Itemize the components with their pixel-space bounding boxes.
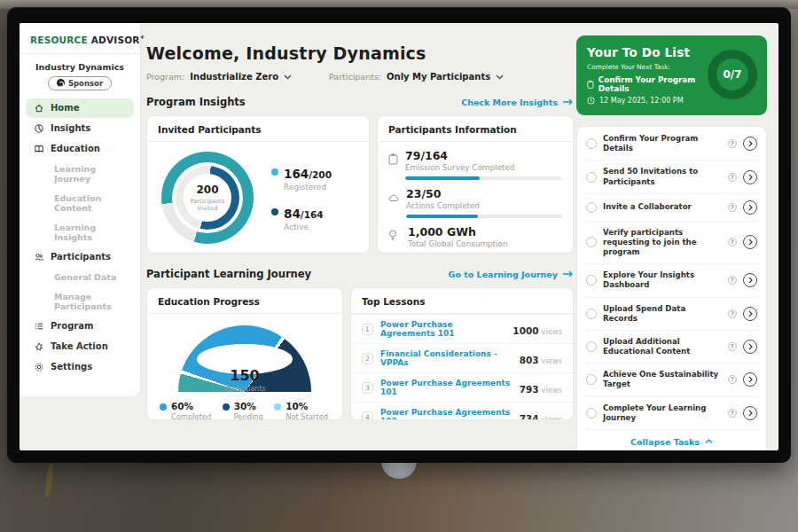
lesson-link[interactable]: Power Purchase Agreements 101	[380, 320, 505, 338]
task-open-button[interactable]	[743, 137, 757, 151]
task-label: Upload Additional Educational Content	[603, 337, 722, 356]
task-checkbox[interactable]	[586, 374, 597, 385]
section-title: Participant Learning Journey	[146, 268, 311, 280]
task-checkbox[interactable]	[586, 341, 597, 352]
progress-fill	[405, 176, 480, 180]
program-filter[interactable]: Program: Industrialize Zero	[146, 72, 292, 82]
legend-value: 84	[284, 207, 301, 221]
sidebar-item-general-data[interactable]: General Data	[26, 268, 134, 286]
participants-information-card: Participants Information 79/164 Emission…	[377, 115, 574, 254]
progress-fill	[406, 215, 478, 218]
stat-label: Emission Survey Completed	[405, 163, 561, 172]
task-checkbox[interactable]	[586, 309, 597, 319]
donut-center-value: 200	[196, 184, 218, 196]
chevron-right-icon	[748, 376, 753, 383]
task-row: Send 50 Invitations to Participants	[586, 160, 757, 193]
chevron-down-icon	[496, 74, 504, 80]
help-icon[interactable]	[728, 342, 737, 351]
task-checkbox[interactable]	[586, 138, 597, 149]
task-open-button[interactable]	[743, 273, 757, 287]
sponsor-badge: Sponsor	[48, 76, 112, 90]
task-checkbox[interactable]	[586, 237, 597, 247]
task-checkbox[interactable]	[586, 275, 597, 286]
lesson-row: 1 Power Purchase Agreements 101 1000view…	[351, 314, 573, 343]
task-checkbox[interactable]	[586, 172, 597, 183]
todo-task-list: Confirm Your Program Details Send 50 Inv…	[576, 126, 767, 450]
logo-primary: RESOURCE	[30, 35, 88, 45]
legend-label: Active	[284, 223, 332, 231]
sidebar-item-label: Take Action	[51, 341, 108, 351]
help-icon[interactable]	[728, 309, 737, 318]
legend-label: Completed	[171, 412, 211, 420]
help-icon[interactable]	[728, 276, 737, 285]
sidebar-item-home[interactable]: Home	[26, 98, 134, 118]
task-checkbox[interactable]	[586, 408, 597, 419]
lesson-views-suffix: views	[542, 327, 562, 336]
sidebar-item-take-action[interactable]: Take Action	[26, 337, 134, 356]
sidebar-item-learning-journey[interactable]: Learning Journey	[26, 160, 134, 188]
go-to-learning-journey-link[interactable]: Go to Learning Journey	[449, 270, 574, 279]
filter-bar: Program: Industrialize Zero Participants…	[146, 72, 574, 82]
task-open-button[interactable]	[743, 340, 757, 354]
help-icon[interactable]	[728, 375, 737, 384]
sidebar-item-education-content[interactable]: Education Content	[26, 189, 134, 217]
lesson-rank: 3	[362, 382, 373, 394]
task-open-button[interactable]	[743, 170, 757, 184]
help-icon[interactable]	[728, 238, 737, 246]
help-icon[interactable]	[728, 203, 737, 212]
lesson-link[interactable]: Power Purchase Agreements 101	[380, 379, 512, 396]
todo-header-panel: Your To Do List Complete Your Next Task:…	[576, 35, 767, 115]
progress-track	[405, 176, 561, 180]
sidebar-item-participants[interactable]: Participants	[26, 247, 134, 267]
legend-dot	[271, 168, 278, 176]
help-icon[interactable]	[728, 409, 737, 418]
logo-secondary: ADVISOR	[91, 35, 140, 45]
arrow-right-icon	[562, 98, 574, 106]
lesson-views: 734	[520, 413, 539, 421]
participants-icon	[34, 252, 44, 262]
participants-filter[interactable]: Participants: Only My Participants	[329, 72, 504, 82]
sidebar-item-manage-participants[interactable]: Manage Participants	[26, 287, 134, 316]
lesson-link[interactable]: Power Purchase Agreements 102	[380, 408, 512, 420]
card-title: Top Lessons	[351, 288, 573, 314]
lesson-rank: 1	[362, 324, 373, 335]
sidebar-item-settings[interactable]: Settings	[26, 357, 134, 377]
legend-total: /200	[309, 169, 332, 180]
take-action-icon	[34, 341, 44, 352]
card-title: Education Progress	[147, 288, 342, 314]
sidebar-item-insights[interactable]: Insights	[26, 119, 134, 138]
task-open-button[interactable]	[743, 235, 757, 249]
help-icon[interactable]	[728, 173, 737, 182]
participants-filter-label: Participants:	[329, 72, 381, 82]
task-open-button[interactable]	[743, 372, 757, 387]
lesson-row: 4 Power Purchase Agreements 102 734views	[351, 402, 573, 420]
program-filter-label: Program:	[146, 72, 184, 82]
task-open-button[interactable]	[743, 307, 757, 321]
stat-label: Actions Completed	[406, 201, 562, 210]
task-row: Complete Your Learning Journey	[586, 397, 757, 430]
sidebar-item-education[interactable]: Education	[26, 139, 134, 159]
task-row: Verify participants requesting to join t…	[586, 222, 757, 265]
help-icon[interactable]	[728, 139, 737, 148]
sidebar-item-learning-insights[interactable]: Learning Insights	[26, 218, 134, 246]
chevron-right-icon	[748, 239, 753, 246]
task-open-button[interactable]	[743, 406, 757, 420]
chevron-right-icon	[748, 140, 753, 147]
sidebar-item-label: Education Content	[54, 193, 126, 213]
check-more-insights-link[interactable]: Check More Insights	[461, 98, 574, 107]
sidebar-item-program[interactable]: Program	[26, 317, 134, 336]
insights-icon	[34, 123, 44, 134]
task-checkbox[interactable]	[586, 202, 597, 213]
lesson-row: 2 Financial Considerations - VPPAs 803vi…	[351, 343, 573, 372]
collapse-tasks-link[interactable]: Collapse Tasks	[586, 430, 757, 450]
lesson-link[interactable]: Financial Considerations - VPPAs	[380, 349, 512, 367]
lesson-views: 793	[520, 384, 539, 395]
legend-completed: 60% Completed	[160, 401, 211, 420]
stat-actions-completed: 23/50 Actions Completed	[378, 180, 573, 218]
task-row: Explore Your Insights Dashboard	[586, 264, 757, 297]
task-open-button[interactable]	[743, 200, 757, 215]
program-icon	[34, 321, 44, 332]
sidebar-item-label: Settings	[51, 362, 92, 372]
task-row: Upload Spend Data Records	[586, 298, 757, 331]
task-label: Invite a Collaborator	[603, 202, 722, 212]
